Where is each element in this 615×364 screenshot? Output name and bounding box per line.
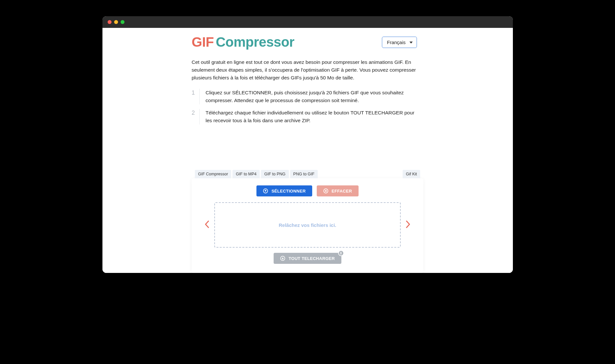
title-bar [102, 16, 513, 28]
upload-icon [263, 188, 268, 194]
download-count-badge: 0 [338, 250, 344, 256]
language-select[interactable]: Français [382, 37, 417, 48]
prev-arrow[interactable] [205, 219, 209, 230]
tab-gif-kit[interactable]: Gif Kit [403, 170, 420, 178]
maximize-window-button[interactable] [121, 20, 124, 24]
step-1: 1 Cliquez sur SÉLECTIONNER, puis choisis… [192, 89, 417, 104]
download-icon [280, 256, 285, 261]
logo-text-compressor: Compressor [216, 34, 294, 50]
page-content: GIFCompressor Français Cet outil gratuit… [102, 28, 513, 273]
minimize-window-button[interactable] [114, 20, 118, 24]
intro-description: Cet outil gratuit en ligne est tout ce d… [179, 58, 436, 82]
step-number: 1 [192, 89, 200, 104]
clear-button[interactable]: EFFACER [317, 185, 359, 196]
tab-gif-to-png[interactable]: GIF to PNG [261, 170, 289, 178]
tab-png-to-gif[interactable]: PNG to GIF [290, 170, 318, 178]
tab-gif-to-mp4[interactable]: GIF to MP4 [232, 170, 260, 178]
upload-panel: SÉLECTIONNER EFFACER R [192, 178, 423, 273]
steps-list: 1 Cliquez sur SÉLECTIONNER, puis choisis… [179, 89, 436, 124]
tab-gif-compressor[interactable]: GIF Compressor [195, 170, 231, 178]
clear-button-label: EFFACER [332, 189, 352, 194]
logo-text-gif: GIF [192, 34, 214, 50]
select-button-label: SÉLECTIONNER [271, 189, 305, 194]
step-text: Cliquez sur SÉLECTIONNER, puis choisisse… [206, 89, 417, 104]
close-window-button[interactable] [108, 20, 112, 24]
step-2: 2 Téléchargez chaque fichier individuell… [192, 109, 417, 124]
step-number: 2 [192, 109, 200, 124]
download-all-label: TOUT TELECHARGER [289, 256, 335, 261]
download-all-button[interactable]: TOUT TELECHARGER 0 [274, 253, 341, 264]
tabs-left-group: GIF Compressor GIF to MP4 GIF to PNG PNG… [195, 170, 318, 178]
clear-icon [323, 188, 328, 194]
select-files-button[interactable]: SÉLECTIONNER [256, 185, 312, 196]
dropzone-text: Relâchez vos fichiers ici. [279, 222, 337, 228]
next-arrow[interactable] [406, 219, 410, 230]
site-logo: GIFCompressor [192, 34, 294, 50]
language-selected-label: Français [387, 40, 406, 45]
browser-window: GIFCompressor Français Cet outil gratuit… [102, 16, 513, 273]
step-text: Téléchargez chaque fichier individuellem… [206, 109, 417, 124]
traffic-lights [108, 20, 124, 24]
file-dropzone[interactable]: Relâchez vos fichiers ici. [214, 202, 401, 248]
